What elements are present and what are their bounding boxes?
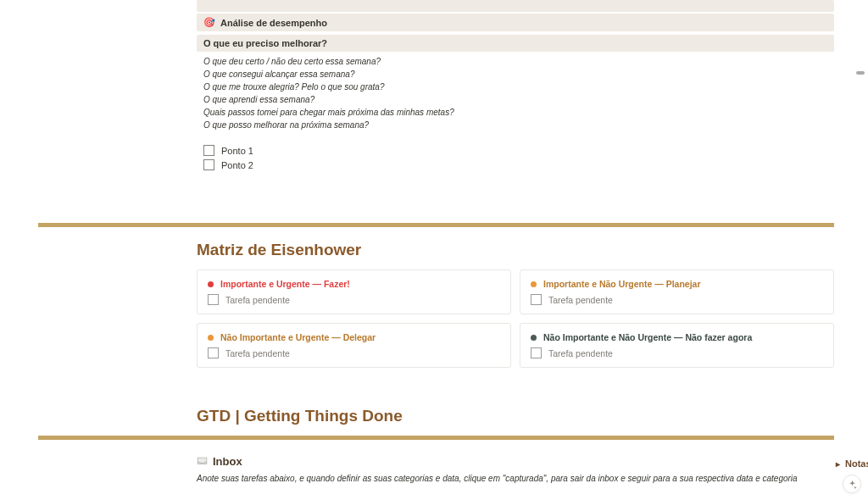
matrix-card-do[interactable]: Importante e Urgente — Fazer! Tarefa pen… <box>197 269 511 314</box>
todo-item[interactable]: Ponto 1 <box>197 143 834 158</box>
matrix-card-delegate[interactable]: Não Importante e Urgente — Delegar Taref… <box>197 323 511 368</box>
matrix-grid: Importante e Urgente — Fazer! Tarefa pen… <box>197 269 834 368</box>
question-item: Quais passos tomei para chegar mais próx… <box>203 106 827 119</box>
matrix-card-title: Importante e Não Urgente — Planejar <box>543 279 701 289</box>
question-item: O que posso melhorar na próxima semana? <box>203 119 827 131</box>
matrix-card-title: Não Importante e Não Urgente — Não fazer… <box>543 332 752 342</box>
quick-notes-title: Notas rápidas <box>845 458 868 469</box>
improve-heading: O que eu preciso melhorar? <box>197 35 834 52</box>
question-item: O que consegui alcançar essa semana? <box>203 68 827 81</box>
performance-heading: 🎯 Análise de desempenho <box>197 14 834 31</box>
sparkle-icon <box>848 480 857 489</box>
matrix-card-title: Importante e Urgente — Fazer! <box>220 279 350 289</box>
todo-item[interactable]: Ponto 2 <box>197 158 834 172</box>
performance-heading-text: Análise de desempenho <box>220 18 327 28</box>
checkbox-icon[interactable] <box>531 294 542 305</box>
inbox-description: Anote suas tarefas abaixo, e quando defi… <box>197 473 815 485</box>
chevron-right-icon: ▸ <box>836 459 840 469</box>
pending-label: Tarefa pendente <box>225 295 290 305</box>
matrix-card-plan[interactable]: Importante e Não Urgente — Planejar Tare… <box>520 269 834 314</box>
dot-icon <box>531 281 537 287</box>
pending-task[interactable]: Tarefa pendente <box>531 347 823 358</box>
checkbox-icon[interactable] <box>208 347 219 358</box>
pending-label: Tarefa pendente <box>548 295 613 305</box>
matrix-heading: Matriz de Eisenhower <box>197 241 834 259</box>
pending-label: Tarefa pendente <box>548 348 613 358</box>
ai-assist-button[interactable] <box>843 475 861 493</box>
target-icon: 🎯 <box>203 17 215 28</box>
performance-questions: O que deu certo / não deu certo essa sem… <box>197 52 834 135</box>
inbox-toggle[interactable]: Inbox <box>197 455 815 468</box>
checkbox-icon[interactable] <box>203 159 214 170</box>
pending-label: Tarefa pendente <box>225 348 290 358</box>
question-item: O que me trouxe alegria? Pelo o que sou … <box>203 81 827 93</box>
pending-task[interactable]: Tarefa pendente <box>208 294 500 305</box>
pending-task[interactable]: Tarefa pendente <box>208 347 500 358</box>
checkbox-icon[interactable] <box>203 145 214 156</box>
scrollbar-thumb[interactable] <box>856 71 865 75</box>
dot-icon <box>531 335 537 341</box>
matrix-card-dont[interactable]: Não Importante e Não Urgente — Não fazer… <box>520 323 834 368</box>
inbox-icon <box>197 456 208 467</box>
todo-label: Ponto 1 <box>221 146 253 156</box>
matrix-card-title: Não Importante e Urgente — Delegar <box>220 332 376 342</box>
question-item: O que aprendi essa semana? <box>203 93 827 106</box>
divider-bar <box>38 223 834 227</box>
todo-label: Ponto 2 <box>221 160 253 170</box>
question-item: O que deu certo / não deu certo essa sem… <box>203 55 827 68</box>
dot-icon <box>208 281 214 287</box>
dot-icon <box>208 335 214 341</box>
section-bar <box>197 0 834 12</box>
pending-task[interactable]: Tarefa pendente <box>531 294 823 305</box>
quick-notes-toggle[interactable]: ▸ Notas rápidas <box>836 458 868 469</box>
checkbox-icon[interactable] <box>208 294 219 305</box>
checkbox-icon[interactable] <box>531 347 542 358</box>
inbox-title-text: Inbox <box>213 455 242 468</box>
gtd-heading: GTD | Getting Things Done <box>197 407 834 425</box>
